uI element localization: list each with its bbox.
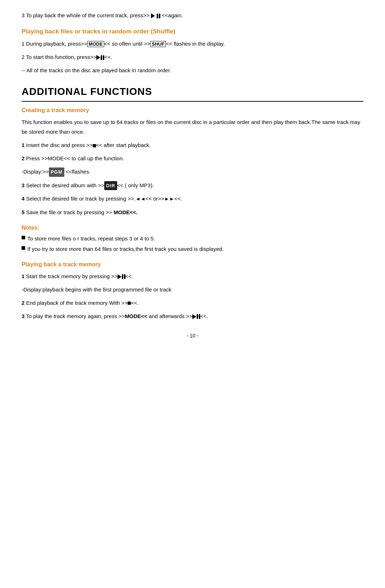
pb-display: -Display:playback begins with the first … (22, 285, 363, 294)
dir-badge: DIR (104, 181, 117, 190)
intro-text-1: 3 To play back the whole of the current … (22, 12, 150, 18)
step4-mid: << or>> (146, 196, 165, 202)
step4-text: Select the desired file or track by pres… (24, 196, 136, 202)
step3: 3 Select the desired album with >>DIR<< … (22, 180, 363, 190)
pb-step3-mid: and afterwards >> (147, 313, 192, 319)
pb-step1-suffix: <<. (125, 273, 133, 279)
play-icon-pb1 (118, 273, 122, 279)
creating-desc: This function enables you to save up to … (22, 117, 363, 137)
play-icon-1 (151, 12, 156, 18)
play-icon-pb3 (192, 313, 196, 319)
pb-step2-text: End playback of the track memory With >> (24, 300, 128, 306)
pgm-badge: PGM (49, 167, 64, 176)
intro-line1: 3 To play back the whole of the current … (22, 11, 363, 20)
notes-section: Notes: To store more files o r tracks, r… (22, 223, 363, 254)
note2: If you try to store more than 64 files o… (22, 244, 363, 254)
pb-step1-text: Start the track memory by pressing >> (24, 273, 117, 279)
note2-text: If you try to store more than 64 files o… (27, 244, 224, 254)
step5: 5 Save the file or track by pressing >> … (22, 207, 363, 217)
step3-suffix: << ( only MP3). (117, 182, 154, 188)
rew-icon: ◄◄ (136, 194, 146, 203)
creating-heading: Creating a track memory (22, 105, 363, 115)
note1-text: To store more files o r tracks, repeat s… (27, 234, 155, 243)
pb-step2-suffix: <<. (131, 300, 139, 306)
pb-step1: 1 Start the track memory by pressing >><… (22, 271, 363, 281)
pause-icon-2 (100, 54, 104, 60)
display-suffix: <<flashes. (64, 169, 91, 175)
step1-suffix: << after start playback. (96, 142, 151, 148)
shuffle-step1-prefix: 1 During playback, press>> (22, 41, 87, 47)
display-pgm: -Display:>>PGM <<flashes. (22, 167, 363, 176)
additional-functions-heading: ADDITIONAL FUNCTIONS (22, 83, 363, 102)
pb-step2: 2 End playback of the track memory With … (22, 298, 363, 308)
shuffle-heading: Playing back files or tracks in random o… (22, 27, 363, 37)
note1-bullet (22, 236, 25, 239)
pb-step3-suffix: <<. (200, 313, 208, 319)
shuffle-step1-mid: << so often until >> (104, 41, 150, 47)
display-prefix: -Display:>> (22, 169, 49, 175)
shuffle-note: -- All of the tracks on the disc are pla… (22, 65, 363, 75)
pause-icon-pb1 (122, 273, 125, 279)
mode-badge-1: MODE (87, 41, 104, 47)
note2-bullet (22, 246, 25, 250)
step2-text: Press >>MODE<< to call up the function. (24, 155, 124, 161)
note1: To store more files o r tracks, repeat s… (22, 234, 363, 243)
shuf-badge: SHUF (150, 41, 166, 47)
step4-suffix: <<. (174, 196, 182, 202)
step3-text: Select the desired album with >> (24, 182, 104, 188)
play-icon-2 (96, 54, 100, 60)
notes-heading: Notes: (22, 223, 363, 233)
step1-text: Insert the disc and press >> (24, 142, 92, 148)
stop-square-1 (93, 144, 96, 147)
playing-back-heading: Playing back a track memory (22, 259, 363, 269)
pb-step3: 3 To play the track memory again, press … (22, 311, 363, 321)
pb-step3-text: To play the track memory again, press >> (24, 313, 125, 319)
shuffle-step2-suffix: <<. (104, 54, 112, 60)
ffwd-icon: ►► (164, 194, 174, 203)
step2: 2 Press >>MODE<< to call up the function… (22, 153, 363, 163)
step5-text: Save the file or track by pressing >> (24, 209, 114, 215)
step5-mode: MODE<<. (114, 209, 138, 215)
pause-icon-pb3 (196, 313, 200, 319)
pause-icon-1 (156, 12, 162, 18)
pb-step3-mode: MODE<< (125, 313, 147, 319)
stop-square-2 (128, 302, 131, 305)
intro-text-1-suffix: <<again. (162, 12, 183, 18)
page-number: - 10 - (22, 332, 363, 340)
step1: 1 Insert the disc and press >><< after s… (22, 140, 363, 150)
shuffle-step1-suffix: << flashes in the display. (166, 41, 225, 47)
shuffle-step2: 2 To start this function, press>><<. (22, 52, 363, 62)
shuffle-step2-prefix: 2 To start this function, press>> (22, 54, 96, 60)
shuffle-step1: 1 During playback, press>>MODE<< so ofte… (22, 39, 363, 49)
step4: 4 Select the desired file or track by pr… (22, 194, 363, 204)
